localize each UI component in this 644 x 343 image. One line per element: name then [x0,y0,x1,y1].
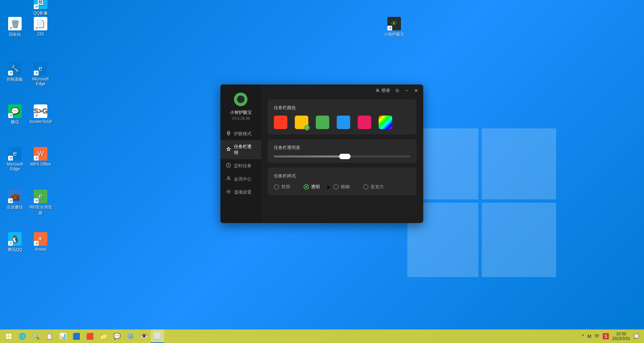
radio-style-0[interactable]: 禁用 [274,184,290,190]
color-swatch-0[interactable] [274,116,287,129]
color-swatch-2[interactable] [316,116,329,129]
close-icon [414,88,419,93]
desktop-icon-ScreenToGif[interactable]: S>G↗ScreenToGif [28,104,53,124]
radio-circle-icon [363,184,368,190]
taskbar-settings[interactable]: ⚙️ [124,329,137,343]
desktop-icon-Microsoft Edge[interactable]: e↗Microsoft Edge [28,62,53,86]
shortcut-arrow-icon: ↗ [8,71,13,75]
radio-circle-icon [304,184,309,190]
user-icon [375,88,380,93]
radio-circle-icon [333,184,339,190]
taskbar-excel[interactable]: 📊 [56,329,70,343]
desktop-icon-企业微信[interactable]: 💼↗企业微信 [2,190,28,210]
color-swatch-3[interactable] [337,116,350,129]
nav-label: 会员中心 [234,176,252,182]
radio-style-2[interactable]: 模糊 [333,184,350,190]
nav-label: 选项设置 [234,189,252,195]
slider-thumb[interactable] [339,154,351,159]
icon-glyph: 🔧↗ [8,62,22,75]
taskbar-wps[interactable]: 🟥 [83,329,97,343]
shortcut-arrow-icon: ↗ [34,71,39,75]
desktop-icon-小智护眼宝[interactable]: 👁↗小智护眼宝 [381,17,407,38]
nav-label: 任务栏透明 [234,144,256,156]
desktop-icon-QQ影像[interactable]: 🖼↗QQ影像 [28,0,53,16]
nav-item-2[interactable]: 定时任务 [220,159,261,172]
svg-point-10 [228,191,229,192]
start-button[interactable] [2,329,16,343]
login-label: 登录 [381,88,390,94]
opacity-slider[interactable] [274,155,410,157]
tray-notifications-icon[interactable]: 💬 [634,334,639,339]
desktop-icon-233[interactable]: 📄↗233 [28,17,53,36]
desktop-icon-Microsoft Edge[interactable]: e↗Microsoft Edge [2,147,28,171]
sidebar: 小智护眼宝 V2.0.26.38 护眼模式任务栏透明定时任务会员中心选项设置 [220,84,261,223]
nav-item-1[interactable]: 任务栏透明 [220,140,261,159]
nav-item-4[interactable]: 选项设置 [220,186,261,199]
taskbar[interactable]: 🌐 🔍 📋 📊 🟦 🟥 📁 💬 ⚙️ 👁️ ⬜ ^ M 中 S 10:30 20… [0,329,644,343]
tray-chevron-icon[interactable]: ^ [582,334,584,339]
color-swatch-1[interactable] [295,116,308,129]
nav-item-0[interactable]: 护眼模式 [220,127,261,140]
icon-label: 233 [28,32,53,36]
panel-taskbar-color: 任务栏颜色 [268,99,416,134]
menu-button[interactable] [395,88,400,93]
taskbar-browser-360[interactable]: 🌐 [16,329,29,343]
icon-label: 企业微信 [2,204,28,210]
svg-point-9 [228,177,229,178]
taskbar-active-app[interactable]: ⬜ [151,329,164,343]
content-area: 任务栏颜色 任务栏透明度 任务栏样式 禁用透明模糊亚克力 [261,84,423,223]
tray-time: 10:30 [612,332,630,336]
icon-label: 360安全浏览器 [28,204,53,216]
shortcut-arrow-icon: ↗ [8,113,13,118]
color-swatch-4[interactable] [358,116,371,129]
titlebar: 登录 [375,84,423,97]
shortcut-arrow-icon: ↗ [34,198,39,203]
shortcut-arrow-icon: ↗ [8,26,13,30]
tray-clock[interactable]: 10:30 2023/3/31 [612,332,630,341]
taskbar-notes[interactable]: 📋 [43,329,56,343]
icon-label: 腾讯QQ [2,247,28,253]
close-button[interactable] [414,88,419,93]
svg-point-0 [377,89,379,91]
radio-circle-icon [274,184,279,190]
tray-ime-zh[interactable]: 中 [595,333,599,339]
icon-glyph: W↗ [34,147,47,161]
taskbar-wechat[interactable]: 💬 [110,329,124,343]
taskbar-eye-app[interactable]: 👁️ [137,329,151,343]
desktop-icon-腾讯QQ[interactable]: 🐧↗腾讯QQ [2,232,28,253]
windows-icon [6,333,12,339]
radio-style-1[interactable]: 透明 [304,184,320,190]
color-row [274,116,410,129]
minimize-button[interactable] [404,88,409,93]
desktop-icon-控制面板[interactable]: 🔧↗控制面板 [2,62,28,82]
panel-title-opacity: 任务栏透明度 [274,145,410,151]
icon-glyph: 🖼↗ [34,0,47,9]
app-name: 小智护眼宝 [230,109,252,116]
color-swatch-5[interactable] [379,116,392,129]
icon-glyph: 💼↗ [8,190,22,203]
taskbar-app1[interactable]: 🟦 [70,329,83,343]
nav-label: 护眼模式 [234,131,252,137]
radio-style-3[interactable]: 亚克力 [363,184,384,190]
radio-label: 模糊 [341,184,350,190]
tray-sogou-icon[interactable]: S [603,333,609,339]
taskbar-explorer[interactable]: 📁 [97,329,110,343]
desktop-icon-WPS Office[interactable]: W↗WPS Office [28,147,53,167]
tray-ime-m[interactable]: M [588,334,592,339]
desktop-icon-微信[interactable]: 💬↗微信 [2,104,28,125]
icon-glyph: 💬↗ [8,104,22,118]
desktop-icon-Xmind[interactable]: ✳↗Xmind [28,232,53,252]
desktop-icon-回收站[interactable]: 🗑️↗回收站 [2,17,28,38]
shortcut-arrow-icon: ↗ [387,26,392,30]
icon-label: 小智护眼宝 [381,32,407,38]
app-version: V2.0.26.38 [232,116,249,120]
nav-item-3[interactable]: 会员中心 [220,172,261,186]
taskbar-search[interactable]: 🔍 [29,329,43,343]
login-button[interactable]: 登录 [375,88,390,94]
panel-taskbar-opacity: 任务栏透明度 [268,139,416,163]
icon-glyph: 🗑️↗ [8,17,22,30]
icon-label: 回收站 [2,32,28,38]
shortcut-arrow-icon: ↗ [8,198,13,203]
nav-icon [226,189,231,195]
desktop-icon-360安全浏览器[interactable]: e↗360安全浏览器 [28,190,53,216]
